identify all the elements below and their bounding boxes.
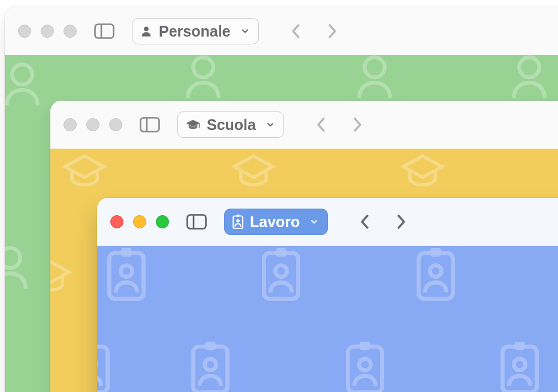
svg-rect-14 — [237, 215, 240, 217]
chevron-down-icon — [240, 26, 250, 36]
svg-rect-0 — [95, 25, 114, 38]
minimize-button[interactable] — [86, 118, 99, 131]
profile-label: Personale — [159, 23, 231, 40]
svg-rect-29 — [206, 342, 215, 350]
svg-point-15 — [236, 219, 239, 222]
svg-rect-10 — [199, 123, 200, 128]
svg-point-2 — [144, 26, 149, 31]
nav-back-button[interactable] — [315, 119, 327, 131]
traffic-lights — [64, 118, 122, 131]
titlebar: Personale — [5, 7, 558, 55]
minimize-button[interactable] — [133, 215, 146, 228]
titlebar: Lavoro — [97, 198, 558, 246]
nav-arrows — [290, 25, 338, 37]
window-lavoro: Lavoro — [97, 198, 558, 392]
profile-selector[interactable]: Scuola — [177, 111, 284, 138]
chevron-down-icon — [266, 120, 275, 129]
chevron-down-icon — [309, 217, 319, 227]
minimize-button[interactable] — [41, 25, 54, 38]
fullscreen-button[interactable] — [156, 215, 169, 228]
idbadge-icon — [232, 215, 244, 229]
window-body — [97, 246, 558, 392]
nav-forward-button[interactable] — [351, 119, 363, 131]
nav-back-button[interactable] — [290, 25, 302, 37]
svg-point-7 — [5, 248, 20, 268]
svg-rect-35 — [515, 342, 524, 350]
svg-rect-32 — [360, 342, 370, 350]
close-button[interactable] — [18, 25, 31, 38]
svg-rect-17 — [122, 248, 131, 257]
svg-point-33 — [359, 359, 370, 370]
svg-point-5 — [364, 58, 384, 77]
profile-selector[interactable]: Lavoro — [224, 209, 328, 235]
traffic-lights — [18, 25, 77, 38]
svg-point-36 — [514, 359, 525, 370]
profile-selector[interactable]: Personale — [132, 18, 259, 44]
fullscreen-button[interactable] — [109, 118, 122, 131]
gradcap-icon — [185, 118, 201, 131]
svg-rect-11 — [188, 215, 206, 229]
svg-point-18 — [120, 266, 132, 277]
sidebar-toggle-icon[interactable] — [183, 211, 210, 233]
nav-arrows — [359, 216, 407, 228]
nav-arrows — [315, 119, 363, 131]
svg-rect-23 — [431, 248, 441, 257]
close-button[interactable] — [64, 118, 77, 131]
profile-label: Lavoro — [250, 213, 300, 231]
nav-back-button[interactable] — [359, 216, 371, 228]
svg-point-30 — [204, 359, 216, 370]
svg-point-24 — [430, 266, 441, 277]
svg-rect-8 — [141, 118, 159, 132]
titlebar: Scuola — [50, 101, 558, 149]
svg-point-4 — [193, 58, 213, 77]
traffic-lights — [110, 215, 169, 228]
svg-rect-20 — [276, 248, 286, 257]
nav-forward-button[interactable] — [395, 216, 407, 228]
close-button[interactable] — [110, 215, 123, 228]
person-icon — [140, 25, 153, 38]
svg-point-3 — [12, 65, 32, 85]
profile-label: Scuola — [207, 116, 256, 134]
svg-point-6 — [519, 58, 539, 77]
svg-point-21 — [275, 266, 286, 277]
sidebar-toggle-icon[interactable] — [137, 114, 163, 135]
nav-forward-button[interactable] — [326, 25, 338, 37]
sidebar-toggle-icon[interactable] — [91, 20, 117, 42]
fullscreen-button[interactable] — [64, 25, 77, 38]
